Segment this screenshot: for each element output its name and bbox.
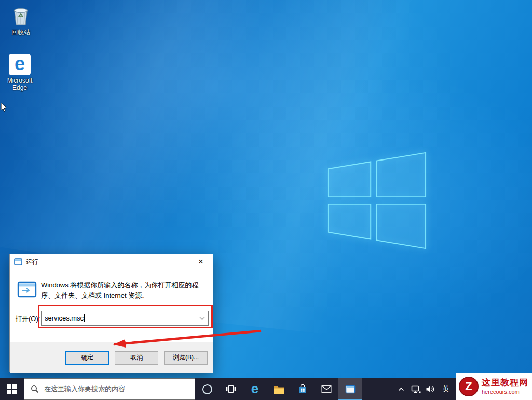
start-button[interactable]: [0, 378, 24, 400]
desktop-icon-label: 回收站: [11, 29, 30, 36]
store-icon: [297, 384, 308, 394]
desktop-icon-label: Microsoft Edge: [0, 77, 39, 91]
chevron-up-icon: [398, 386, 405, 392]
edge-icon: e: [9, 54, 31, 75]
close-button[interactable]: ×: [189, 254, 213, 270]
taskbar-store-button[interactable]: [291, 378, 315, 400]
taskbar-search-input[interactable]: 在这里输入你要搜索的内容: [24, 378, 195, 400]
dialog-footer: 确定 取消 浏览(B)...: [10, 342, 213, 373]
taskbar-run-window-button[interactable]: [338, 378, 362, 400]
mail-icon: [321, 385, 332, 393]
edge-icon: e: [251, 382, 258, 395]
taskbar-explorer-button[interactable]: [267, 378, 291, 400]
browse-button[interactable]: 浏览(B)...: [164, 351, 208, 365]
run-window-icon: [345, 385, 356, 394]
dialog-title: 运行: [26, 258, 38, 266]
taskbar: 在这里输入你要搜索的内容 e: [0, 378, 532, 400]
windows-logo: [326, 150, 428, 251]
run-input[interactable]: services.msc: [41, 311, 209, 326]
task-view-icon: [226, 384, 236, 394]
desktop-icon-microsoft-edge[interactable]: e Microsoft Edge: [0, 54, 39, 91]
run-input-value: services.msc: [42, 314, 84, 322]
recycle-bin-icon: [10, 4, 32, 27]
taskbar-edge-button[interactable]: e: [243, 378, 267, 400]
dialog-body: Windows 将根据你所输入的名称，为你打开相应的程序、文件夹、文档或 Int…: [10, 270, 213, 342]
network-tray-button[interactable]: [408, 378, 423, 400]
watermark-site-name: 这里教程网: [482, 378, 528, 388]
combobox-dropdown-button[interactable]: [196, 311, 208, 325]
ime-indicator[interactable]: 英: [438, 378, 454, 400]
run-dialog-icon: [14, 258, 22, 265]
run-description: Windows 将根据你所输入的名称，为你打开相应的程序、文件夹、文档或 Int…: [41, 280, 206, 301]
mouse-cursor: [1, 102, 7, 112]
chevron-down-icon: [199, 315, 204, 320]
windows-start-icon: [7, 384, 17, 394]
show-hidden-icons-button[interactable]: [394, 378, 408, 400]
cancel-button[interactable]: 取消: [115, 351, 158, 365]
close-icon: ×: [198, 257, 203, 267]
taskbar-mail-button[interactable]: [315, 378, 338, 400]
file-explorer-icon: [273, 384, 285, 394]
cortana-button[interactable]: [195, 378, 219, 400]
cortana-icon: [202, 384, 212, 394]
ok-button[interactable]: 确定: [65, 351, 109, 365]
run-icon: [17, 281, 37, 298]
system-tray: 英: [394, 378, 454, 400]
speaker-icon: [426, 385, 435, 393]
watermark-logo: Z: [459, 377, 479, 396]
open-label: 打开(O):: [15, 314, 40, 324]
dialog-titlebar[interactable]: 运行 ×: [10, 254, 213, 270]
watermark-site-url: herecours.com: [482, 389, 528, 395]
text-caret: [84, 314, 85, 322]
desktop-icon-recycle-bin[interactable]: 回收站: [1, 4, 40, 36]
network-icon: [411, 385, 421, 394]
search-placeholder: 在这里输入你要搜索的内容: [44, 384, 125, 394]
search-icon: [31, 385, 39, 393]
watermark: Z 这里教程网 herecours.com: [456, 373, 532, 400]
task-view-button[interactable]: [219, 378, 243, 400]
run-dialog: 运行 × Windows 将根据你所输入的名称，为你打开相应的程序、文件夹、文档…: [9, 254, 213, 372]
volume-tray-button[interactable]: [423, 378, 438, 400]
watermark-logo-letter: Z: [465, 380, 472, 393]
desktop: 回收站 e Microsoft Edge 运行 ×: [0, 0, 532, 400]
